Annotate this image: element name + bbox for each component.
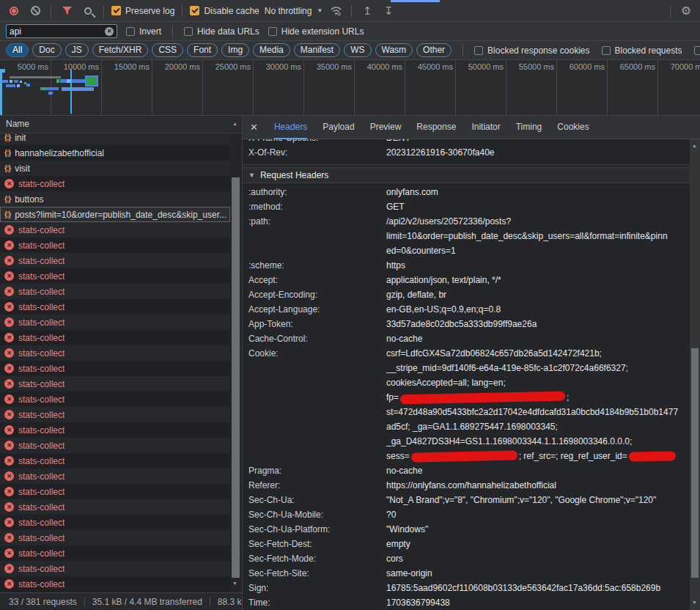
import-har-button[interactable]: ↥: [359, 3, 375, 19]
blocked-request-icon: ✕: [4, 287, 14, 296]
request-row[interactable]: ✕stats-collect: [0, 561, 230, 576]
request-row[interactable]: ✕stats-collect: [0, 453, 230, 468]
settings-button[interactable]: ⚙: [678, 3, 694, 19]
request-row[interactable]: {:}init: [0, 133, 230, 145]
tab-headers[interactable]: Headers: [274, 116, 307, 139]
filter-input[interactable]: [10, 26, 105, 37]
type-filter-fetch-xhr[interactable]: Fetch/XHR: [92, 43, 149, 57]
type-filter-other[interactable]: Other: [416, 43, 452, 57]
request-name: stats-collect: [18, 456, 65, 466]
request-row[interactable]: ✕stats-collect: [0, 330, 230, 345]
blocked-response-cookies-checkbox[interactable]: Blocked response cookies: [474, 45, 589, 56]
scroll-down-icon[interactable]: ▼: [692, 600, 697, 605]
header-name: Sec-Fetch-Site:: [248, 566, 386, 581]
blocked-requests-checkbox[interactable]: Blocked requests: [602, 45, 682, 56]
checkbox-unchecked-icon: [474, 46, 483, 55]
request-row[interactable]: ✕stats-collect: [0, 315, 230, 330]
request-row[interactable]: ✕stats-collect: [0, 284, 230, 299]
type-filter-all[interactable]: All: [6, 43, 29, 57]
invert-checkbox[interactable]: Invert: [126, 26, 161, 37]
request-row[interactable]: ✕stats-collect: [0, 407, 230, 422]
timeline-overview[interactable]: 5000 ms10000 ms15000 ms20000 ms25000 ms3…: [0, 60, 700, 116]
tab-timing[interactable]: Timing: [516, 116, 542, 139]
request-row[interactable]: ✕stats-collect: [0, 299, 230, 315]
network-conditions-button[interactable]: [328, 3, 344, 19]
timeline-gridline: [303, 60, 304, 115]
name-column-header[interactable]: Name: [0, 116, 242, 133]
request-row[interactable]: ✕stats-collect: [0, 253, 230, 268]
request-name: stats-collect: [18, 256, 65, 266]
hide-extension-urls-checkbox[interactable]: Hide extension URLs: [268, 26, 364, 37]
3rd-party-requests-checkbox[interactable]: 3rd-party requests: [694, 45, 700, 56]
header-value: 33d57ade8c02dbc5a333db99ff9ae26a: [386, 317, 690, 331]
clear-filter-icon[interactable]: ✕: [105, 27, 114, 36]
close-icon[interactable]: ✕: [250, 122, 258, 133]
request-row[interactable]: ✕stats-collect: [0, 545, 230, 561]
network-toolbar: Preserve log Disable cache No throttling…: [0, 0, 700, 22]
header-name: Sec-Ch-Ua-Mobile:: [248, 507, 386, 522]
request-row[interactable]: ✕stats-collect: [0, 576, 230, 592]
request-headers-section[interactable]: ▼ Request Headers: [243, 167, 690, 183]
checkbox-unchecked-icon: [268, 27, 277, 36]
type-filter-wasm[interactable]: Wasm: [375, 43, 413, 57]
request-row[interactable]: {:}visit: [0, 161, 230, 176]
request-row[interactable]: ✕stats-collect: [0, 530, 230, 545]
tab-preview[interactable]: Preview: [370, 116, 402, 139]
type-filter-font[interactable]: Font: [187, 43, 218, 57]
request-name: stats-collect: [18, 333, 65, 343]
request-row[interactable]: ✕stats-collect: [0, 484, 230, 499]
record-button[interactable]: [6, 3, 22, 19]
request-list-scrollbar-thumb[interactable]: [232, 177, 240, 578]
type-filter-js[interactable]: JS: [65, 43, 89, 57]
request-row[interactable]: ✕stats-collect: [0, 392, 230, 407]
hide-data-urls-checkbox[interactable]: Hide data URLs: [184, 26, 259, 37]
request-row[interactable]: ✕stats-collect: [0, 515, 230, 530]
scroll-up-icon[interactable]: ▲: [232, 121, 237, 126]
header-value: DENY: [386, 139, 690, 145]
tab-cookies[interactable]: Cookies: [557, 116, 589, 139]
request-row[interactable]: {:}posts?limit=10&order=publish_date_des…: [0, 207, 230, 222]
header-row: Cache-Control:no-cache: [243, 331, 690, 346]
header-row: :authority:onlyfans.com: [243, 185, 690, 199]
request-row[interactable]: ✕stats-collect: [0, 361, 230, 376]
disable-cache-checkbox[interactable]: Disable cache: [190, 6, 259, 16]
tab-payload[interactable]: Payload: [323, 116, 354, 139]
request-name: stats-collect: [18, 487, 65, 497]
overview-left-selection-handle[interactable]: [0, 69, 5, 73]
type-filter-css[interactable]: CSS: [152, 43, 183, 57]
type-filter-media[interactable]: Media: [253, 43, 290, 57]
header-name: :path:: [248, 214, 386, 258]
type-filter-manifest[interactable]: Manifest: [294, 43, 340, 57]
request-row[interactable]: ✕stats-collect: [0, 268, 230, 284]
request-name: stats-collect: [18, 425, 65, 436]
details-scrollbar-thumb[interactable]: [691, 348, 699, 578]
tab-response[interactable]: Response: [416, 116, 456, 139]
request-row[interactable]: {:}hannahelizabethofficial: [0, 145, 230, 161]
throttling-select[interactable]: No throttling ▼: [265, 6, 323, 16]
request-row[interactable]: ✕stats-collect: [0, 222, 230, 238]
request-row[interactable]: ✕stats-collect: [0, 345, 230, 361]
clear-button[interactable]: [27, 3, 43, 19]
request-row[interactable]: ✕stats-collect: [0, 438, 230, 453]
export-har-button[interactable]: ↧: [380, 3, 397, 19]
search-button[interactable]: [80, 3, 96, 19]
preserve-log-checkbox[interactable]: Preserve log: [111, 6, 174, 16]
type-filter-doc[interactable]: Doc: [32, 43, 61, 57]
request-row[interactable]: ✕stats-collect: [0, 238, 230, 253]
request-row[interactable]: ✕stats-collect: [0, 468, 230, 484]
request-row[interactable]: {:}buttons: [0, 191, 230, 207]
filter-toggle-button[interactable]: [59, 3, 75, 19]
checkbox-unchecked-icon: [694, 46, 700, 55]
tab-initiator[interactable]: Initiator: [471, 116, 500, 139]
type-filter-ws[interactable]: WS: [344, 43, 371, 57]
status-item: 35.1 kB / 4.4 MB transferred: [92, 597, 202, 607]
blocked-request-icon: ✕: [4, 487, 14, 496]
request-row[interactable]: ✕stats-collect: [0, 499, 230, 515]
scroll-up-icon[interactable]: ▲: [692, 143, 697, 148]
scroll-down-icon[interactable]: ▼: [232, 581, 237, 586]
request-row[interactable]: ✕stats-collect: [0, 422, 230, 438]
request-row[interactable]: ✕stats-collect: [0, 176, 230, 191]
type-filter-img[interactable]: Img: [221, 43, 249, 57]
blocked-request-icon: ✕: [4, 271, 14, 281]
request-row[interactable]: ✕stats-collect: [0, 376, 230, 392]
